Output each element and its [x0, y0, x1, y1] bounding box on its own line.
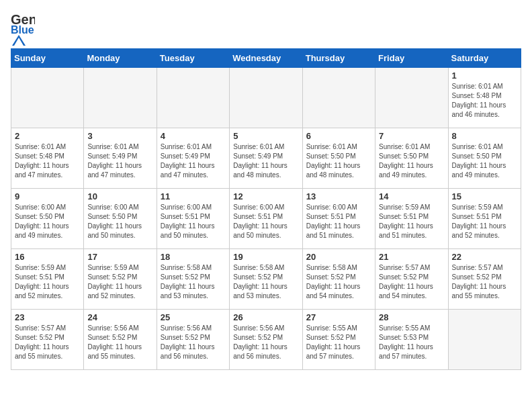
day-info: Sunrise: 6:00 AM Sunset: 5:51 PM Dayligh…: [306, 203, 371, 240]
calendar-cell: 11Sunrise: 6:00 AM Sunset: 5:51 PM Dayli…: [157, 189, 229, 249]
day-info: Sunrise: 5:57 AM Sunset: 5:52 PM Dayligh…: [15, 324, 80, 361]
weekday-header-monday: Monday: [84, 49, 157, 68]
calendar-cell: 15Sunrise: 5:59 AM Sunset: 5:51 PM Dayli…: [448, 189, 521, 249]
weekday-header-friday: Friday: [375, 49, 448, 68]
calendar-header-row: SundayMondayTuesdayWednesdayThursdayFrid…: [11, 49, 521, 68]
day-number: 12: [233, 191, 298, 201]
day-number: 8: [452, 131, 517, 141]
day-number: 23: [15, 312, 80, 322]
calendar-cell: [302, 68, 375, 128]
day-number: 1: [452, 71, 517, 81]
day-info: Sunrise: 6:01 AM Sunset: 5:50 PM Dayligh…: [452, 142, 517, 180]
day-number: 28: [379, 312, 444, 322]
calendar-cell: 26Sunrise: 5:56 AM Sunset: 5:52 PM Dayli…: [230, 310, 302, 370]
calendar-cell: 18Sunrise: 5:58 AM Sunset: 5:52 PM Dayli…: [157, 249, 229, 310]
day-number: 14: [379, 191, 444, 201]
day-number: 21: [379, 252, 444, 262]
calendar-week-2: 2Sunrise: 6:01 AM Sunset: 5:48 PM Daylig…: [11, 128, 521, 189]
calendar-cell: 19Sunrise: 5:58 AM Sunset: 5:52 PM Dayli…: [230, 249, 302, 310]
calendar-cell: 10Sunrise: 6:00 AM Sunset: 5:50 PM Dayli…: [84, 189, 157, 249]
calendar-cell: 24Sunrise: 5:56 AM Sunset: 5:52 PM Dayli…: [84, 310, 157, 370]
calendar-cell: 2Sunrise: 6:01 AM Sunset: 5:48 PM Daylig…: [11, 128, 84, 189]
day-info: Sunrise: 5:57 AM Sunset: 5:52 PM Dayligh…: [379, 263, 444, 301]
day-info: Sunrise: 5:55 AM Sunset: 5:53 PM Dayligh…: [379, 324, 444, 361]
day-info: Sunrise: 6:01 AM Sunset: 5:48 PM Dayligh…: [15, 142, 80, 180]
day-info: Sunrise: 6:00 AM Sunset: 5:50 PM Dayligh…: [87, 203, 152, 240]
day-number: 16: [15, 252, 80, 262]
day-info: Sunrise: 5:58 AM Sunset: 5:52 PM Dayligh…: [306, 263, 371, 301]
day-number: 5: [233, 131, 298, 141]
day-number: 27: [306, 312, 371, 322]
day-number: 3: [87, 131, 152, 141]
weekday-header-wednesday: Wednesday: [230, 49, 302, 68]
day-info: Sunrise: 6:00 AM Sunset: 5:51 PM Dayligh…: [233, 203, 298, 240]
day-info: Sunrise: 6:01 AM Sunset: 5:49 PM Dayligh…: [161, 142, 226, 180]
calendar-cell: 8Sunrise: 6:01 AM Sunset: 5:50 PM Daylig…: [448, 128, 521, 189]
day-info: Sunrise: 5:58 AM Sunset: 5:52 PM Dayligh…: [233, 263, 298, 301]
day-info: Sunrise: 5:56 AM Sunset: 5:52 PM Dayligh…: [87, 324, 152, 361]
day-number: 13: [306, 191, 371, 201]
day-info: Sunrise: 5:59 AM Sunset: 5:51 PM Dayligh…: [452, 203, 517, 240]
day-info: Sunrise: 6:01 AM Sunset: 5:50 PM Dayligh…: [379, 142, 444, 180]
day-info: Sunrise: 6:01 AM Sunset: 5:49 PM Dayligh…: [87, 142, 152, 180]
logo-icon: General Blue: [11, 11, 35, 35]
calendar-cell: 22Sunrise: 5:57 AM Sunset: 5:52 PM Dayli…: [448, 249, 521, 310]
calendar-cell: 23Sunrise: 5:57 AM Sunset: 5:52 PM Dayli…: [11, 310, 84, 370]
day-number: 10: [87, 191, 152, 201]
calendar-cell: 25Sunrise: 5:56 AM Sunset: 5:52 PM Dayli…: [157, 310, 229, 370]
day-number: 25: [161, 312, 226, 322]
calendar-cell: [230, 68, 302, 128]
calendar-cell: 13Sunrise: 6:00 AM Sunset: 5:51 PM Dayli…: [302, 189, 375, 249]
logo: General Blue: [11, 11, 35, 43]
calendar-cell: 17Sunrise: 5:59 AM Sunset: 5:52 PM Dayli…: [84, 249, 157, 310]
calendar-week-1: 1Sunrise: 6:01 AM Sunset: 5:48 PM Daylig…: [11, 68, 521, 128]
calendar-cell: [84, 68, 157, 128]
day-number: 17: [87, 252, 152, 262]
day-number: 11: [161, 191, 226, 201]
calendar-cell: [157, 68, 229, 128]
day-info: Sunrise: 6:01 AM Sunset: 5:48 PM Dayligh…: [452, 82, 517, 120]
calendar-cell: [11, 68, 84, 128]
weekday-header-tuesday: Tuesday: [157, 49, 229, 68]
day-info: Sunrise: 6:00 AM Sunset: 5:50 PM Dayligh…: [15, 203, 80, 240]
calendar-cell: 14Sunrise: 5:59 AM Sunset: 5:51 PM Dayli…: [375, 189, 448, 249]
day-info: Sunrise: 5:55 AM Sunset: 5:52 PM Dayligh…: [306, 324, 371, 361]
day-info: Sunrise: 5:59 AM Sunset: 5:51 PM Dayligh…: [15, 263, 80, 301]
calendar-cell: 27Sunrise: 5:55 AM Sunset: 5:52 PM Dayli…: [302, 310, 375, 370]
day-number: 24: [87, 312, 152, 322]
calendar-cell: 20Sunrise: 5:58 AM Sunset: 5:52 PM Dayli…: [302, 249, 375, 310]
day-info: Sunrise: 5:56 AM Sunset: 5:52 PM Dayligh…: [161, 324, 226, 361]
page-header: General Blue: [11, 11, 521, 43]
day-number: 20: [306, 252, 371, 262]
calendar-week-5: 23Sunrise: 5:57 AM Sunset: 5:52 PM Dayli…: [11, 310, 521, 370]
calendar-cell: [448, 310, 521, 370]
logo-triangle-icon: [12, 35, 26, 46]
calendar-week-3: 9Sunrise: 6:00 AM Sunset: 5:50 PM Daylig…: [11, 189, 521, 249]
day-number: 22: [452, 252, 517, 262]
calendar-cell: 12Sunrise: 6:00 AM Sunset: 5:51 PM Dayli…: [230, 189, 302, 249]
day-info: Sunrise: 5:58 AM Sunset: 5:52 PM Dayligh…: [161, 263, 226, 301]
day-number: 9: [15, 191, 80, 201]
calendar-week-4: 16Sunrise: 5:59 AM Sunset: 5:51 PM Dayli…: [11, 249, 521, 310]
svg-text:Blue: Blue: [11, 24, 34, 35]
calendar-cell: 21Sunrise: 5:57 AM Sunset: 5:52 PM Dayli…: [375, 249, 448, 310]
calendar-cell: 9Sunrise: 6:00 AM Sunset: 5:50 PM Daylig…: [11, 189, 84, 249]
day-info: Sunrise: 5:59 AM Sunset: 5:52 PM Dayligh…: [87, 263, 152, 301]
day-number: 4: [161, 131, 226, 141]
day-number: 19: [233, 252, 298, 262]
day-number: 18: [161, 252, 226, 262]
day-info: Sunrise: 6:00 AM Sunset: 5:51 PM Dayligh…: [161, 203, 226, 240]
day-number: 6: [306, 131, 371, 141]
day-info: Sunrise: 5:57 AM Sunset: 5:52 PM Dayligh…: [452, 263, 517, 301]
calendar-cell: 28Sunrise: 5:55 AM Sunset: 5:53 PM Dayli…: [375, 310, 448, 370]
day-info: Sunrise: 5:56 AM Sunset: 5:52 PM Dayligh…: [233, 324, 298, 361]
weekday-header-thursday: Thursday: [302, 49, 375, 68]
calendar-cell: 7Sunrise: 6:01 AM Sunset: 5:50 PM Daylig…: [375, 128, 448, 189]
weekday-header-sunday: Sunday: [11, 49, 84, 68]
calendar-cell: 4Sunrise: 6:01 AM Sunset: 5:49 PM Daylig…: [157, 128, 229, 189]
weekday-header-saturday: Saturday: [448, 49, 521, 68]
day-info: Sunrise: 6:01 AM Sunset: 5:49 PM Dayligh…: [233, 142, 298, 180]
calendar-cell: 5Sunrise: 6:01 AM Sunset: 5:49 PM Daylig…: [230, 128, 302, 189]
calendar-cell: 6Sunrise: 6:01 AM Sunset: 5:50 PM Daylig…: [302, 128, 375, 189]
day-number: 26: [233, 312, 298, 322]
